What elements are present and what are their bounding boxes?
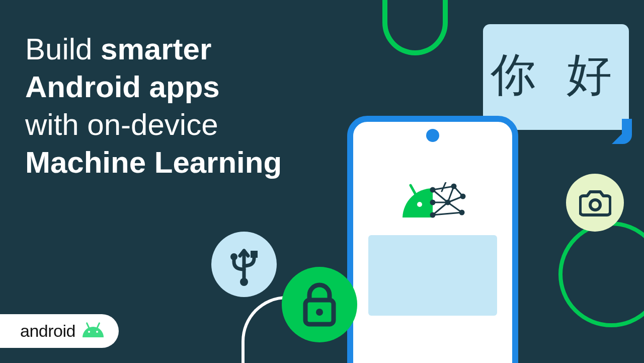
svg-point-15 [460, 210, 464, 214]
headline: Build smarter Android apps with on-devic… [25, 30, 282, 181]
svg-point-20 [240, 278, 248, 286]
svg-point-18 [431, 213, 435, 217]
lock-icon [299, 281, 340, 329]
svg-line-6 [433, 202, 448, 215]
android-ml-icon [397, 182, 468, 223]
svg-point-17 [431, 200, 435, 204]
svg-point-0 [590, 200, 600, 210]
lock-badge [282, 267, 357, 342]
svg-point-2 [417, 202, 422, 207]
svg-point-13 [446, 200, 450, 204]
svg-line-19 [442, 182, 446, 191]
android-badge: android [0, 314, 119, 348]
camera-icon [579, 189, 611, 217]
svg-line-4 [433, 190, 448, 202]
svg-point-24 [316, 309, 323, 316]
headline-line3: with on-device [25, 108, 218, 141]
svg-point-12 [452, 184, 456, 188]
headline-line1-bold: smarter [101, 32, 211, 66]
svg-point-21 [230, 253, 237, 260]
usb-badge [211, 232, 277, 297]
decorative-u-shape [382, 0, 448, 55]
android-badge-label: android [20, 321, 75, 341]
camera-badge [566, 174, 624, 232]
phone-camera-dot [426, 129, 439, 142]
headline-line4: Machine Learning [25, 146, 282, 179]
headline-line1-prefix: Build [25, 32, 101, 66]
svg-line-11 [433, 212, 462, 215]
phone-illustration [347, 116, 518, 363]
headline-line2: Android apps [25, 70, 220, 104]
translation-text: 你 好 [483, 44, 629, 106]
decorative-ring [558, 222, 644, 327]
svg-rect-22 [251, 251, 258, 258]
usb-icon [221, 242, 267, 287]
svg-point-16 [431, 188, 435, 192]
phone-content-block [368, 235, 497, 316]
svg-line-1 [411, 185, 416, 194]
svg-point-14 [461, 194, 465, 198]
android-head-icon [83, 325, 104, 337]
translation-card: 你 好 [483, 24, 629, 130]
